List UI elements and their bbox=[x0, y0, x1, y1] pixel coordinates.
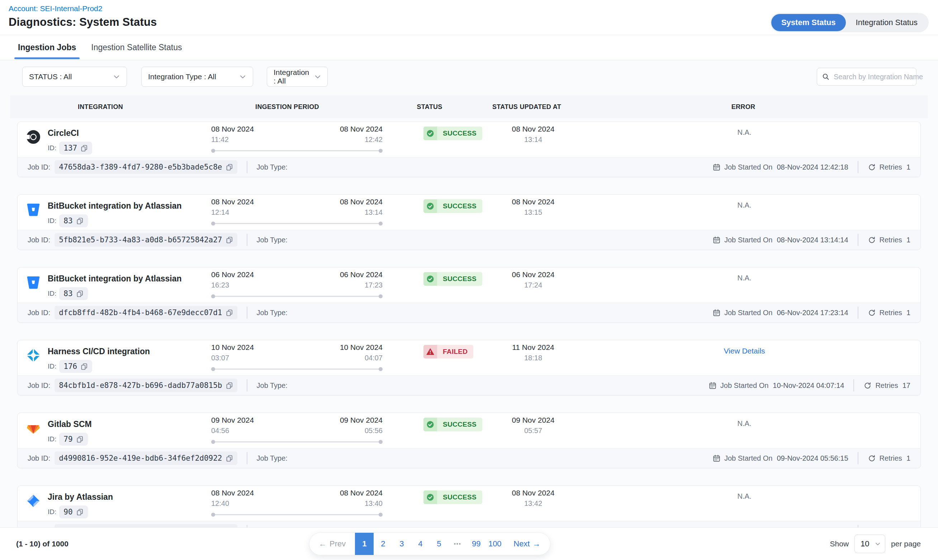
integration-name: Gitlab SCM bbox=[48, 417, 92, 429]
status-text: SUCCESS bbox=[437, 491, 482, 504]
page-button-3[interactable]: 3 bbox=[392, 533, 411, 555]
integration-name: CircleCI bbox=[48, 126, 92, 138]
pager: ← Prev 12345•••99100 Next → bbox=[309, 532, 550, 555]
retries-icon bbox=[868, 454, 876, 463]
integration-id-value: 176 bbox=[63, 362, 77, 371]
status-view-toggle: System Status Integration Status bbox=[770, 13, 929, 32]
page-button-100[interactable]: 100 bbox=[486, 533, 504, 555]
job-id-chip: 84cbfb1d-e878-427b-b696-dadb77a0815b bbox=[54, 378, 237, 392]
filter-status-dropdown[interactable]: STATUS : All bbox=[22, 67, 127, 87]
job-id-label: Job ID: bbox=[28, 382, 50, 390]
status-updated-date: 08 Nov 2024 bbox=[483, 197, 583, 206]
status-badge: SUCCESS bbox=[423, 418, 482, 431]
id-label: ID: bbox=[48, 217, 56, 225]
table-header: INTEGRATION INGESTION PERIOD STATUS STAT… bbox=[10, 95, 928, 118]
copy-icon[interactable] bbox=[226, 382, 233, 389]
job-detail-strip: Job ID: 5fb821e5-b733-4a83-a0d8-b6572584… bbox=[18, 230, 920, 249]
status-badge: SUCCESS bbox=[423, 272, 482, 286]
toggle-integration-status[interactable]: Integration Status bbox=[846, 14, 927, 31]
job-id-label: Job ID: bbox=[28, 163, 50, 171]
job-id-value: 84cbfb1d-e878-427b-b696-dadb77a0815b bbox=[59, 381, 222, 390]
copy-icon[interactable] bbox=[76, 290, 83, 297]
show-label: Show bbox=[830, 540, 849, 548]
tab-ingestion-jobs[interactable]: Ingestion Jobs bbox=[14, 35, 80, 60]
job-id-label: Job ID: bbox=[28, 454, 50, 463]
copy-icon[interactable] bbox=[76, 508, 83, 515]
page-header: Account: SEI-Internal-Prod2 Diagnostics:… bbox=[0, 0, 938, 35]
ingestion-period: 09 Nov 2024 09 Nov 2024 04:56 05:56 bbox=[211, 416, 383, 444]
copy-icon[interactable] bbox=[81, 363, 88, 370]
integration-id-chip: 137 bbox=[59, 142, 92, 154]
chevron-down-icon bbox=[112, 72, 121, 81]
status-updated-time: 17:24 bbox=[483, 281, 583, 289]
job-detail-strip: Job ID: 84cbfb1d-e878-427b-b696-dadb77a0… bbox=[18, 375, 920, 395]
period-end-date: 08 Nov 2024 bbox=[340, 125, 383, 133]
status-updated-date: 06 Nov 2024 bbox=[483, 270, 583, 279]
right-arrow-icon: → bbox=[533, 539, 541, 549]
copy-icon[interactable] bbox=[81, 145, 88, 152]
status-updated-time: 13:15 bbox=[483, 208, 583, 217]
period-end-time: 13:40 bbox=[364, 499, 383, 508]
left-arrow-icon: ← bbox=[319, 539, 327, 549]
period-end-date: 06 Nov 2024 bbox=[340, 270, 383, 279]
copy-icon[interactable] bbox=[226, 163, 233, 171]
period-start-time: 12:40 bbox=[211, 499, 229, 508]
status-badge: SUCCESS bbox=[423, 491, 482, 504]
calendar-icon bbox=[712, 454, 721, 463]
integration-id-value: 90 bbox=[63, 508, 72, 516]
period-end-date: 10 Nov 2024 bbox=[340, 343, 383, 352]
filter-integration-type-dropdown[interactable]: Integration Type : All bbox=[141, 67, 253, 87]
view-details-link[interactable]: View Details bbox=[724, 347, 765, 355]
retries-label: Retries bbox=[880, 236, 902, 244]
copy-icon[interactable] bbox=[76, 217, 83, 225]
page-button-1[interactable]: 1 bbox=[355, 533, 374, 555]
tab-ingestion-satellite-status[interactable]: Ingestion Satellite Status bbox=[88, 35, 185, 60]
page-size-dropdown[interactable]: 10 bbox=[855, 535, 885, 553]
copy-icon[interactable] bbox=[76, 435, 83, 443]
filter-integration-dropdown[interactable]: Integration : All bbox=[267, 67, 328, 87]
column-status: STATUS bbox=[417, 103, 442, 111]
integration-name: Harness CI/CD integration bbox=[48, 344, 150, 356]
filter-row: STATUS : All Integration Type : All Inte… bbox=[17, 67, 921, 87]
job-id-label: Job ID: bbox=[28, 309, 50, 317]
divider bbox=[247, 161, 248, 173]
status-badge: SUCCESS bbox=[423, 199, 482, 213]
account-breadcrumb-link[interactable]: Account: SEI-Internal-Prod2 bbox=[9, 4, 102, 13]
page-button-2[interactable]: 2 bbox=[374, 533, 392, 555]
copy-icon[interactable] bbox=[226, 455, 233, 462]
page-list: 12345•••99100 bbox=[355, 533, 504, 555]
integration-id-chip: 176 bbox=[59, 360, 92, 373]
period-end-date: 09 Nov 2024 bbox=[340, 416, 383, 425]
integration-id-chip: 83 bbox=[59, 214, 88, 227]
check-circle-icon bbox=[426, 202, 434, 210]
ingestion-period-timeline bbox=[211, 222, 383, 226]
search-icon bbox=[821, 72, 830, 81]
ingestion-period-timeline bbox=[211, 513, 383, 517]
job-type-label: Job Type: bbox=[257, 454, 288, 463]
pagination-bar: (1 - 10) of 1000 ← Prev 12345•••99100 Ne… bbox=[0, 528, 938, 560]
page-button-5[interactable]: 5 bbox=[429, 533, 448, 555]
prev-page-button[interactable]: ← Prev bbox=[309, 533, 355, 555]
id-label: ID: bbox=[48, 290, 56, 298]
integration-logo-icon bbox=[25, 347, 42, 364]
chevron-down-icon bbox=[314, 72, 322, 81]
page-size-value: 10 bbox=[861, 539, 869, 549]
job-id-value: d4990816-952e-419e-bdb6-34f6ef2d0922 bbox=[59, 454, 222, 463]
copy-icon[interactable] bbox=[226, 309, 233, 316]
error-cell: N.A. bbox=[738, 492, 752, 500]
rows: CircleCI ID: 137 08 Nov 2024 08 Nov 2024… bbox=[17, 122, 921, 541]
copy-icon[interactable] bbox=[226, 236, 233, 243]
period-start-time: 04:56 bbox=[211, 427, 229, 435]
id-label: ID: bbox=[48, 363, 56, 370]
page-button-99[interactable]: 99 bbox=[467, 533, 486, 555]
period-start-date: 10 Nov 2024 bbox=[211, 343, 254, 352]
per-page-label: per page bbox=[891, 540, 921, 548]
integration-logo-icon bbox=[25, 201, 42, 218]
next-page-button[interactable]: Next → bbox=[504, 533, 550, 555]
integration-id-chip: 83 bbox=[59, 287, 88, 300]
status-text: SUCCESS bbox=[437, 272, 482, 286]
toggle-system-status[interactable]: System Status bbox=[771, 14, 846, 31]
calendar-icon bbox=[712, 163, 721, 171]
page-button-4[interactable]: 4 bbox=[411, 533, 429, 555]
search-input[interactable] bbox=[833, 73, 929, 81]
